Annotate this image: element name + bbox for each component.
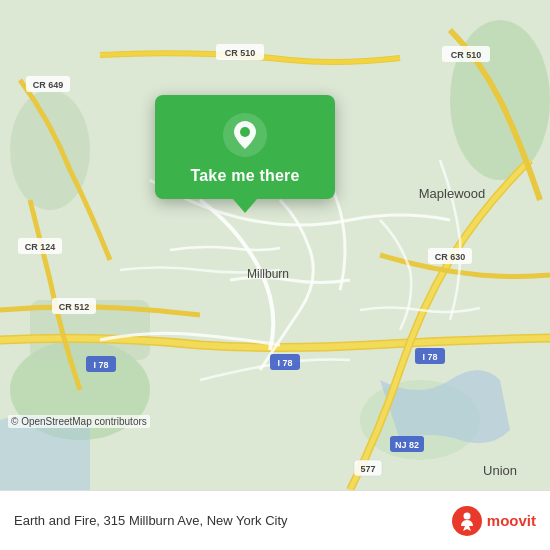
location-pin-icon bbox=[223, 113, 267, 157]
take-me-there-button[interactable]: Take me there bbox=[190, 167, 299, 185]
popup-card: Take me there bbox=[155, 95, 335, 199]
map-container: CR 510 CR 510 CR 649 CR 124 CR 512 I 78 … bbox=[0, 0, 550, 490]
svg-text:CR 124: CR 124 bbox=[25, 242, 56, 252]
svg-text:CR 649: CR 649 bbox=[33, 80, 64, 90]
svg-text:I 78: I 78 bbox=[422, 352, 437, 362]
svg-point-34 bbox=[463, 512, 470, 519]
svg-text:I 78: I 78 bbox=[277, 358, 292, 368]
location-text: Earth and Fire, 315 Millburn Ave, New Yo… bbox=[14, 513, 451, 528]
map-credit: © OpenStreetMap contributors bbox=[8, 415, 150, 428]
bottom-bar: Earth and Fire, 315 Millburn Ave, New Yo… bbox=[0, 490, 550, 550]
svg-text:CR 512: CR 512 bbox=[59, 302, 90, 312]
moovit-text: moovit bbox=[487, 512, 536, 529]
svg-text:NJ 82: NJ 82 bbox=[395, 440, 419, 450]
svg-text:577: 577 bbox=[360, 464, 375, 474]
moovit-brand-icon bbox=[451, 505, 483, 537]
svg-text:I 78: I 78 bbox=[93, 360, 108, 370]
svg-text:Maplewood: Maplewood bbox=[419, 186, 486, 201]
svg-point-32 bbox=[240, 127, 250, 137]
svg-text:CR 630: CR 630 bbox=[435, 252, 466, 262]
moovit-logo: moovit bbox=[451, 505, 536, 537]
svg-text:CR 510: CR 510 bbox=[225, 48, 256, 58]
svg-text:Union: Union bbox=[483, 463, 517, 478]
svg-text:CR 510: CR 510 bbox=[451, 50, 482, 60]
svg-text:Millburn: Millburn bbox=[247, 267, 289, 281]
